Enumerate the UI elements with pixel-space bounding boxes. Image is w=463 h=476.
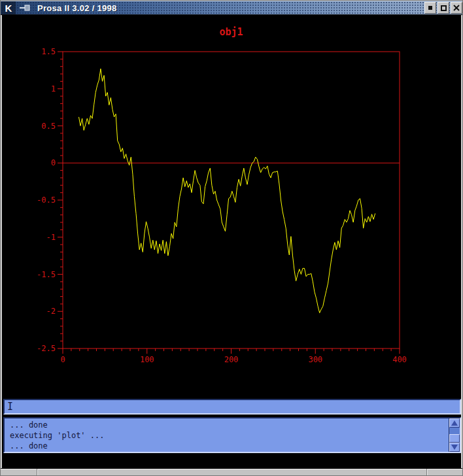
plot-frame xyxy=(63,52,400,348)
maximize-button[interactable] xyxy=(437,2,449,14)
scrollbar-track[interactable] xyxy=(449,428,460,443)
scroll-up-icon xyxy=(451,420,458,426)
window-menu-button[interactable]: K xyxy=(1,1,16,14)
window-left-border xyxy=(1,15,2,468)
minimize-icon xyxy=(428,6,432,10)
y-tick-label: -1 xyxy=(46,233,56,242)
line-chart: 01002003004001.510.50-0.5-1-1.5-2-2.5 xyxy=(1,15,463,401)
command-input[interactable]: I xyxy=(3,399,461,415)
app-window: K Prosa II 3.02 / 1998 obj1 01002003004 xyxy=(0,0,463,476)
titlebar[interactable]: K Prosa II 3.02 / 1998 xyxy=(1,1,463,15)
y-tick-label: -0.5 xyxy=(37,196,56,205)
console-line: ... done xyxy=(10,420,448,430)
y-tick-label: 0 xyxy=(51,158,56,167)
window-buttons xyxy=(424,2,462,14)
close-icon xyxy=(453,5,460,11)
data-series xyxy=(79,69,375,313)
y-tick-label: -2 xyxy=(46,307,56,316)
text-cursor-icon: I xyxy=(7,401,13,413)
window-right-border xyxy=(461,15,462,468)
window-resize-bar[interactable] xyxy=(1,468,463,476)
console-line: ... done xyxy=(10,441,448,451)
console-lines: ... done executing 'plot' ... ... done xyxy=(5,418,448,452)
close-button[interactable] xyxy=(451,2,462,14)
y-tick-label: -2.5 xyxy=(37,344,56,353)
k-menu-icon: K xyxy=(5,3,12,14)
scroll-down-button[interactable] xyxy=(449,443,460,452)
console-output: ... done executing 'plot' ... ... done xyxy=(3,417,461,453)
pin-icon[interactable] xyxy=(19,4,31,12)
scroll-up-button[interactable] xyxy=(449,418,460,428)
y-tick-label: 0.5 xyxy=(41,122,56,131)
maximize-icon xyxy=(441,5,447,11)
x-tick-label: 200 xyxy=(224,355,239,364)
resize-bar-divider xyxy=(426,469,428,476)
resize-bar-divider xyxy=(37,469,38,476)
minimize-button[interactable] xyxy=(424,2,436,14)
x-tick-label: 0 xyxy=(60,355,65,364)
x-tick-label: 400 xyxy=(392,355,407,364)
scrollbar-thumb[interactable] xyxy=(449,434,460,443)
x-tick-label: 100 xyxy=(140,355,154,364)
y-tick-label: 1.5 xyxy=(41,47,56,56)
console-scrollbar[interactable] xyxy=(449,418,460,452)
console-line: executing 'plot' ... xyxy=(10,430,448,441)
y-tick-label: -1.5 xyxy=(37,270,56,279)
scroll-down-icon xyxy=(451,445,458,450)
window-title: Prosa II 3.02 / 1998 xyxy=(37,3,117,13)
x-tick-label: 300 xyxy=(308,355,322,364)
y-tick-label: 1 xyxy=(51,84,56,94)
